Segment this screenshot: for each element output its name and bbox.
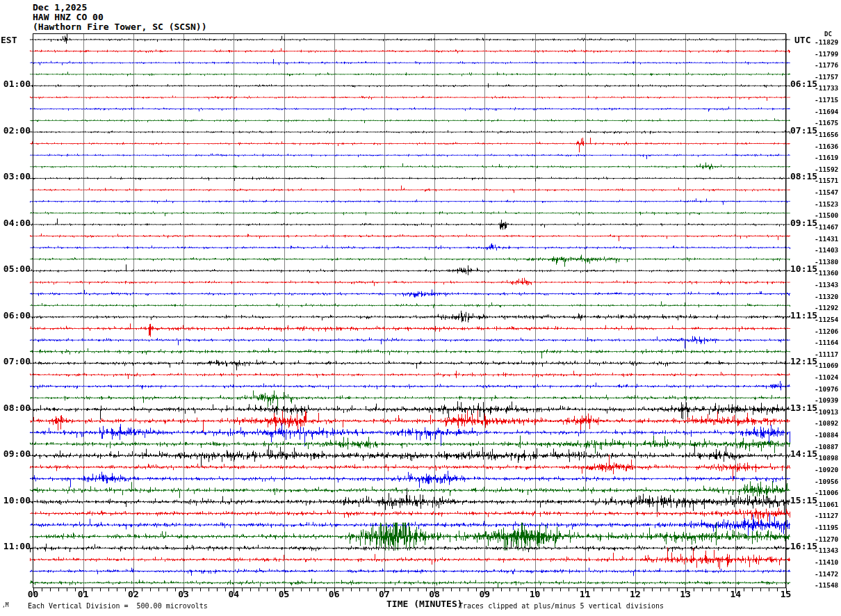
dc-offset-value: -11431: [815, 235, 838, 243]
utc-time-label: 16:15: [790, 541, 817, 551]
dc-offset-value: -11343: [815, 281, 838, 289]
est-time-label: 03:00: [0, 171, 31, 181]
dc-offset-value: -11776: [815, 61, 838, 69]
dc-offset-value: -11694: [815, 108, 838, 115]
dc-offset-value: -10976: [815, 385, 838, 393]
x-axis-tick-label: 10: [530, 589, 541, 599]
utc-time-label: 12:15: [790, 356, 817, 366]
helicorder-page: Dec 1,2025 HAW HNZ CO 00 (Hawthorn Fire …: [0, 0, 841, 616]
x-axis-tick-label: 06: [329, 589, 340, 599]
left-axis-header-est: EST: [1, 35, 17, 45]
dc-offset-value: -11571: [815, 177, 838, 184]
dc-offset-value: -11069: [815, 362, 838, 369]
vertical-scale-note: Each Vertical Division = 500.00 microvol…: [28, 602, 208, 610]
utc-time-label: 14:15: [790, 448, 817, 459]
dc-offset-value: -10884: [815, 431, 838, 439]
dc-offset-value: -11164: [815, 339, 838, 346]
dc-offset-value: -11547: [815, 188, 838, 196]
dc-offset-value: -11619: [815, 154, 838, 161]
dc-offset-value: -11733: [815, 84, 838, 92]
dc-offset-value: -11799: [815, 50, 838, 58]
est-time-label: 04:00: [0, 218, 31, 228]
dc-offset-value: -10887: [815, 443, 838, 451]
est-time-label: 02:00: [0, 125, 31, 136]
dc-offset-value: -10956: [815, 478, 838, 485]
dc-offset-value: -11270: [815, 535, 838, 543]
x-axis-tick-label: 05: [279, 589, 290, 599]
est-time-label: 05:00: [0, 264, 31, 274]
utc-time-label: 08:15: [790, 171, 817, 181]
dc-offset-value: -10920: [815, 466, 838, 473]
est-time-label: 11:00: [0, 541, 31, 551]
x-axis-tick-label: 15: [781, 589, 792, 599]
dc-offset-value: -11254: [815, 316, 838, 323]
dc-offset-value: -10898: [815, 454, 838, 462]
dc-offset-value: -10939: [815, 396, 838, 404]
dc-offset-value: -11472: [815, 570, 838, 578]
est-time-label: 06:00: [0, 310, 31, 321]
est-time-label: 08:00: [0, 403, 31, 413]
dc-offset-value: -11715: [815, 96, 838, 104]
dc-offset-value: -11320: [815, 293, 838, 300]
utc-time-label: 11:15: [790, 310, 817, 321]
x-axis-tick-label: 14: [730, 589, 741, 599]
dc-offset-value: -11829: [815, 38, 838, 46]
est-time-label: 07:00: [0, 356, 31, 366]
dc-offset-value: -11403: [815, 246, 838, 254]
dc-offset-value: -10892: [815, 419, 838, 427]
dc-offset-value: -11656: [815, 131, 838, 138]
dc-offset-value: -11548: [815, 581, 838, 589]
utc-time-label: 09:15: [790, 218, 817, 228]
est-time-label: 10:00: [0, 495, 31, 505]
dc-offset-value: -11360: [815, 269, 838, 277]
dc-offset-value: -11061: [815, 501, 838, 508]
seismogram-canvas: [0, 0, 841, 616]
dc-offset-value: -11523: [815, 200, 838, 208]
x-axis-tick-label: 04: [228, 589, 239, 599]
dc-offset-value: -11206: [815, 327, 838, 335]
dc-offset-value: -11757: [815, 73, 838, 81]
x-axis-tick-label: 13: [680, 589, 691, 599]
corner-watermark: ,M: [2, 602, 9, 608]
dc-offset-value: -11292: [815, 304, 838, 311]
x-axis-tick-label: 12: [630, 589, 641, 599]
x-axis-tick-label: 09: [479, 589, 490, 599]
x-axis-tick-label: 03: [178, 589, 189, 599]
clipping-note: Traces clipped at plus/minus 5 vertical …: [459, 602, 664, 610]
dc-offset-value: -11410: [815, 558, 838, 566]
x-axis-tick-label: 11: [580, 589, 591, 599]
x-axis-tick-label: 02: [128, 589, 139, 599]
utc-time-label: 15:15: [790, 495, 817, 505]
dc-offset-value: -11380: [815, 258, 838, 266]
utc-time-label: 10:15: [790, 264, 817, 274]
x-axis-tick-label: 00: [28, 589, 39, 599]
est-time-label: 01:00: [0, 79, 31, 89]
x-axis-tick-label: 01: [78, 589, 89, 599]
dc-offset-value: -11117: [815, 350, 838, 358]
x-axis-title: TIME (MINUTES): [386, 599, 463, 609]
utc-time-label: 07:15: [790, 125, 817, 136]
dc-column-header: DC: [824, 31, 832, 38]
dc-offset-value: -11006: [815, 489, 838, 496]
x-axis-tick-label: 07: [379, 589, 390, 599]
dc-offset-value: -11127: [815, 512, 838, 519]
dc-offset-value: -11500: [815, 211, 838, 219]
est-time-label: 09:00: [0, 448, 31, 459]
x-axis-tick-label: 08: [429, 589, 440, 599]
dc-offset-value: -11636: [815, 143, 838, 150]
dc-offset-value: -11343: [815, 546, 838, 554]
dc-offset-value: -11024: [815, 373, 838, 381]
utc-time-label: 13:15: [790, 403, 817, 413]
dc-offset-value: -11467: [815, 223, 838, 231]
dc-offset-value: -11592: [815, 165, 838, 173]
dc-offset-value: -10913: [815, 408, 838, 416]
dc-offset-value: -11675: [815, 119, 838, 127]
utc-time-label: 06:15: [790, 79, 817, 89]
dc-offset-value: -11195: [815, 524, 838, 531]
right-axis-header-utc: UTC: [794, 35, 810, 45]
